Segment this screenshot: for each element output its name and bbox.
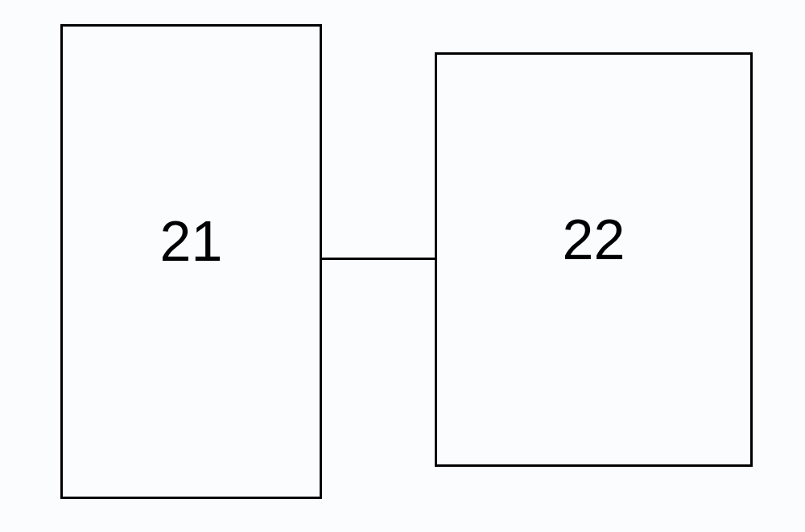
diagram-box-left: 21 bbox=[60, 24, 322, 499]
diagram-box-left-label: 21 bbox=[160, 209, 223, 274]
diagram-box-right-label: 22 bbox=[563, 208, 625, 272]
diagram-connector bbox=[322, 258, 435, 260]
diagram-box-right: 22 bbox=[435, 52, 753, 467]
